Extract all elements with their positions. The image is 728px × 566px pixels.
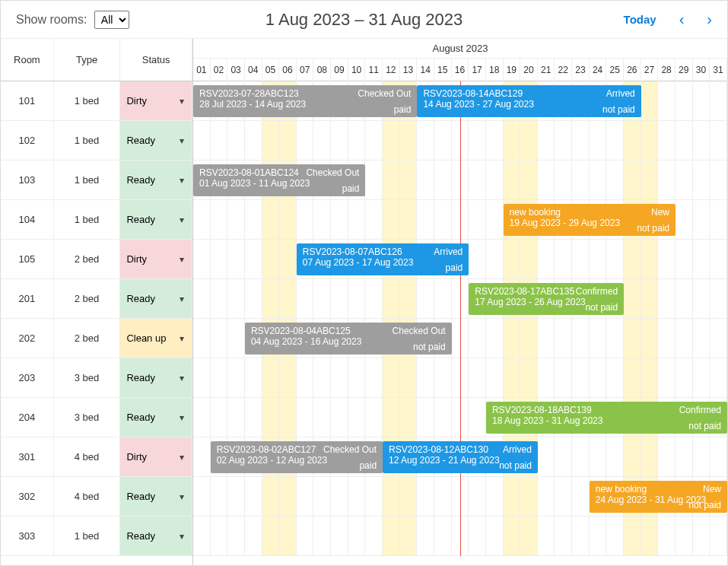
booking-pay: not paid	[637, 223, 669, 234]
today-button[interactable]: Today	[624, 13, 656, 26]
status-cell: Ready	[120, 279, 192, 318]
status-select[interactable]: Ready	[120, 121, 192, 160]
status-select[interactable]: Ready	[120, 398, 192, 437]
booking[interactable]: RSV2023-08-04ABC12504 Aug 2023 - 16 Aug …	[245, 323, 452, 355]
day-header: 25	[606, 59, 624, 81]
day-header: 02	[211, 59, 228, 81]
booking-pay: not paid	[499, 460, 532, 471]
days-row: 0102030405060708091011121314151617181920…	[193, 59, 727, 81]
status-select[interactable]: Ready	[120, 517, 192, 555]
booking-pay: paid	[394, 104, 412, 115]
type-cell: 4 bed	[54, 437, 121, 476]
day-header: 20	[520, 59, 538, 81]
room-row: 2043 bedReady	[1, 398, 192, 437]
booking[interactable]: RSV2023-08-01ABC12401 Aug 2023 - 11 Aug …	[193, 164, 365, 196]
status-cell: Dirty	[120, 81, 192, 120]
day-header: 27	[641, 59, 659, 81]
booking-status: Checked Out	[393, 326, 446, 336]
booking-pay: not paid	[413, 342, 446, 352]
show-rooms-label: Show rooms: All	[16, 11, 129, 29]
room-row: 1041 bedReady	[1, 200, 192, 240]
status-select[interactable]: Ready	[120, 279, 192, 318]
room-cell: 104	[1, 200, 54, 239]
status-cell: Clean up	[120, 319, 192, 358]
day-header: 05	[262, 59, 280, 81]
booking-pay: paid	[342, 183, 360, 194]
room-cell: 103	[1, 161, 54, 199]
room-cell: 201	[1, 279, 54, 318]
room-row: 3024 bedReady	[1, 477, 192, 517]
booking-status: Arrived	[503, 444, 532, 455]
booking-status: Confirmed	[576, 286, 618, 297]
room-cell: 105	[1, 240, 54, 278]
day-header: 11	[365, 59, 383, 81]
month-label: August 2023	[193, 39, 727, 59]
day-header: 15	[434, 59, 452, 81]
room-rows: 1011 bedDirty1021 bedReady1031 bedReady1…	[1, 81, 192, 556]
day-header: 04	[245, 59, 262, 81]
booking-status: Arrived	[606, 88, 635, 99]
status-select[interactable]: Ready	[120, 477, 192, 516]
booking-dates: 18 Aug 2023 - 31 Aug 2023	[492, 415, 721, 426]
booking[interactable]: RSV2023-07-28ABC12328 Jul 2023 - 14 Aug …	[193, 85, 417, 117]
status-select[interactable]: Ready	[120, 161, 192, 199]
status-select[interactable]: Clean up	[120, 319, 192, 358]
booking-dates: 28 Jul 2023 - 14 Aug 2023	[199, 99, 411, 110]
booking[interactable]: new booking24 Aug 2023 - 31 Aug 2023Newn…	[590, 481, 727, 513]
room-row: 3031 bedReady	[1, 517, 192, 556]
booking-pay: paid	[446, 262, 463, 273]
room-row: 1011 bedDirty	[1, 81, 192, 121]
room-cell: 302	[1, 477, 54, 516]
status-select[interactable]: Ready	[120, 200, 192, 239]
type-cell: 3 bed	[54, 358, 121, 397]
timeline-body: RSV2023-07-28ABC12328 Jul 2023 - 14 Aug …	[193, 81, 727, 556]
status-cell: Ready	[120, 517, 192, 555]
booking[interactable]: RSV2023-08-02ABC12702 Aug 2023 - 12 Aug …	[211, 441, 383, 473]
booking[interactable]: RSV2023-08-14ABC12914 Aug 2023 - 27 Aug …	[417, 85, 641, 117]
room-row: 2033 bedReady	[1, 358, 192, 398]
status-cell: Ready	[120, 477, 192, 516]
day-header: 10	[348, 59, 366, 81]
scheduler-grid: Room Type Status 1011 bedDirty1021 bedRe…	[1, 39, 727, 565]
booking[interactable]: RSV2023-08-17ABC13517 Aug 2023 - 26 Aug …	[469, 283, 624, 315]
day-header: 18	[486, 59, 504, 81]
room-row: 2022 bedClean up	[1, 319, 192, 358]
day-header: 21	[538, 59, 555, 81]
type-cell: 1 bed	[54, 200, 121, 239]
booking-dates: 01 Aug 2023 - 11 Aug 2023	[199, 178, 359, 189]
booking-status: Arrived	[434, 246, 463, 257]
status-cell: Ready	[120, 200, 192, 239]
room-row: 3014 bedDirty	[1, 437, 192, 477]
prev-icon[interactable]: ‹	[679, 11, 685, 28]
status-select[interactable]: Dirty	[120, 437, 192, 476]
day-header: 23	[572, 59, 590, 81]
next-icon[interactable]: ›	[707, 11, 712, 28]
status-select[interactable]: Dirty	[120, 240, 192, 278]
status-select[interactable]: Ready	[120, 358, 192, 397]
type-cell: 4 bed	[54, 477, 121, 516]
room-filter-select[interactable]: All	[94, 11, 129, 29]
booking[interactable]: new booking19 Aug 2023 - 29 Aug 2023Newn…	[504, 204, 676, 236]
booking-pay: paid	[359, 460, 377, 471]
day-header: 14	[417, 59, 434, 81]
status-cell: Ready	[120, 398, 192, 437]
status-cell: Dirty	[120, 437, 192, 476]
booking-pay: not paid	[688, 500, 721, 510]
booking-dates: 02 Aug 2023 - 12 Aug 2023	[217, 455, 377, 466]
booking[interactable]: RSV2023-08-07ABC12607 Aug 2023 - 17 Aug …	[297, 243, 469, 275]
day-header: 16	[452, 59, 469, 81]
booking[interactable]: RSV2023-08-12ABC13012 Aug 2023 - 21 Aug …	[383, 441, 538, 473]
day-header: 22	[555, 59, 572, 81]
booking-status: Checked Out	[306, 167, 359, 178]
booking-pay: not paid	[688, 421, 721, 431]
day-header: 26	[624, 59, 641, 81]
day-header: 09	[331, 59, 348, 81]
type-cell: 3 bed	[54, 398, 121, 437]
booking[interactable]: RSV2023-08-18ABC13918 Aug 2023 - 31 Aug …	[486, 402, 727, 434]
status-cell: Dirty	[120, 240, 192, 278]
room-cell: 301	[1, 437, 54, 476]
room-cell: 203	[1, 358, 54, 397]
status-select[interactable]: Dirty	[120, 81, 192, 120]
day-header: 07	[297, 59, 314, 81]
show-rooms-text: Show rooms:	[16, 13, 87, 26]
